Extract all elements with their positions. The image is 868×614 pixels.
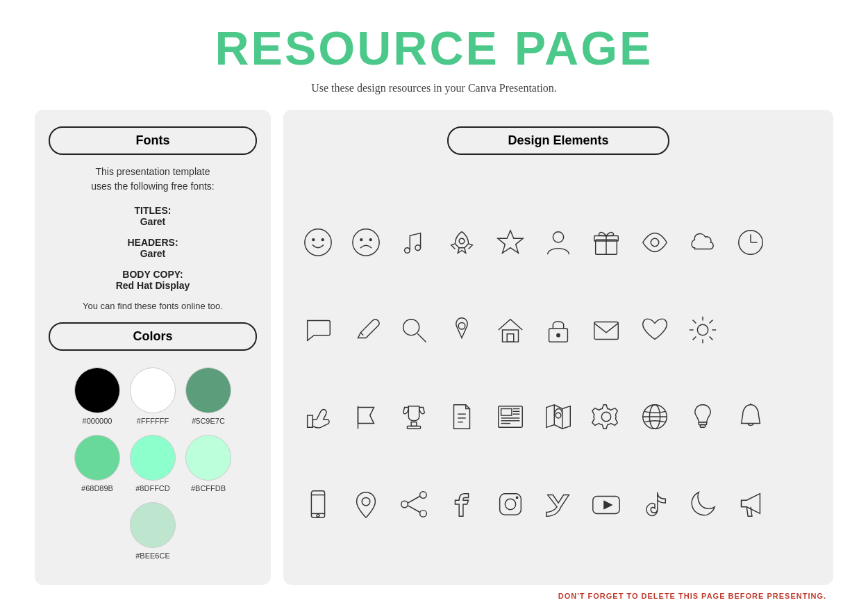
svg-line-33 bbox=[709, 336, 712, 340]
color-hex-mint2: #BCFFDB bbox=[191, 484, 226, 492]
icon-placeholder211 bbox=[778, 314, 819, 346]
icon-phone bbox=[297, 488, 338, 520]
fonts-header: Fonts bbox=[49, 126, 257, 155]
svg-point-19 bbox=[403, 319, 419, 335]
icon-pencil bbox=[345, 314, 386, 346]
right-panel: Design Elements bbox=[283, 110, 833, 585]
svg-rect-43 bbox=[501, 409, 511, 416]
icon-sad bbox=[345, 226, 386, 258]
icon-lock bbox=[537, 314, 578, 346]
icon-chat bbox=[297, 314, 338, 346]
svg-point-27 bbox=[697, 324, 708, 335]
icon-share bbox=[394, 488, 435, 520]
svg-marker-75 bbox=[603, 500, 612, 509]
svg-point-73 bbox=[515, 496, 518, 499]
icon-settings bbox=[586, 401, 627, 433]
icon-pin bbox=[442, 314, 483, 346]
svg-point-53 bbox=[556, 413, 561, 418]
color-hex-mint3: #BEE6CE bbox=[135, 551, 170, 560]
icon-star bbox=[490, 226, 531, 258]
icon-location bbox=[345, 488, 386, 520]
color-item-mint2: #BCFFDB bbox=[185, 435, 231, 492]
icon-newspaper bbox=[490, 401, 531, 433]
svg-point-66 bbox=[420, 491, 427, 498]
icon-clock bbox=[730, 226, 771, 258]
icon-sun bbox=[682, 314, 723, 346]
icon-home bbox=[490, 314, 531, 346]
page-title: RESOURCE PAGE bbox=[215, 21, 653, 75]
icon-gift bbox=[586, 226, 627, 258]
left-panel: Fonts This presentation template uses th… bbox=[35, 110, 271, 585]
icon-placeholder11 bbox=[778, 226, 819, 258]
icons-grid bbox=[297, 179, 819, 568]
icon-twitter bbox=[537, 488, 578, 520]
svg-line-35 bbox=[692, 336, 696, 340]
color-item-mint3: #BEE6CE bbox=[130, 502, 176, 560]
color-hex-black: #000000 bbox=[83, 417, 112, 425]
color-item-mint1: #8DFFCD bbox=[130, 435, 176, 492]
icon-lightbulb bbox=[682, 401, 723, 433]
svg-rect-26 bbox=[594, 322, 619, 339]
svg-rect-38 bbox=[408, 426, 421, 429]
svg-line-70 bbox=[408, 505, 420, 512]
icon-smiley bbox=[297, 226, 338, 258]
icon-bell bbox=[730, 401, 771, 433]
icon-tiktok bbox=[634, 488, 675, 520]
find-fonts-text: You can find these fonts online too. bbox=[49, 301, 257, 311]
font-entry-headers: HEADERS: Garet bbox=[49, 237, 257, 259]
icon-moon bbox=[682, 488, 723, 520]
fonts-description: This presentation template uses the foll… bbox=[49, 165, 257, 194]
icon-globe bbox=[634, 401, 675, 433]
svg-rect-22 bbox=[502, 330, 518, 342]
svg-point-25 bbox=[556, 333, 560, 338]
svg-point-54 bbox=[602, 412, 611, 421]
color-item-green1: #5C9E7C bbox=[185, 367, 231, 425]
icon-instagram bbox=[490, 488, 531, 520]
icon-placeholder210 bbox=[730, 314, 771, 346]
colors-grid: #000000 #FFFFFF #5C9E7C #68D89B #8DFFCD bbox=[49, 367, 257, 560]
page-subtitle: Use these design resources in your Canva… bbox=[311, 82, 557, 94]
font-name-body: Red Hat Display bbox=[49, 280, 257, 291]
font-name-headers: Garet bbox=[49, 248, 257, 259]
svg-point-1 bbox=[312, 239, 314, 241]
font-label-titles: TITLES: bbox=[49, 205, 257, 216]
icon-person bbox=[537, 226, 578, 258]
color-item-black: #000000 bbox=[74, 367, 120, 425]
color-swatch-mint3 bbox=[130, 502, 176, 548]
svg-point-65 bbox=[362, 497, 370, 506]
icon-heart bbox=[634, 314, 675, 346]
icon-search bbox=[394, 314, 435, 346]
icon-music bbox=[394, 226, 435, 258]
icon-flag bbox=[345, 401, 386, 433]
color-swatch-white bbox=[130, 367, 176, 413]
color-swatch-mint1 bbox=[130, 435, 176, 481]
svg-line-69 bbox=[408, 496, 420, 503]
color-hex-mint1: #8DFFCD bbox=[135, 484, 170, 492]
font-label-headers: HEADERS: bbox=[49, 237, 257, 248]
svg-point-10 bbox=[553, 232, 563, 242]
design-header-wrap: Design Elements bbox=[297, 126, 819, 165]
icon-trophy bbox=[394, 401, 435, 433]
font-entry-body: BODY COPY: Red Hat Display bbox=[49, 269, 257, 291]
svg-point-64 bbox=[317, 514, 319, 517]
icon-megaphone bbox=[730, 488, 771, 520]
content-row: Fonts This presentation template uses th… bbox=[35, 110, 833, 585]
colors-header: Colors bbox=[49, 322, 257, 351]
color-hex-white: #FFFFFF bbox=[137, 417, 169, 425]
color-item-white: #FFFFFF bbox=[130, 367, 176, 425]
icon-facebook bbox=[442, 488, 483, 520]
svg-point-2 bbox=[322, 239, 324, 241]
svg-rect-23 bbox=[507, 334, 514, 342]
svg-point-5 bbox=[369, 239, 372, 241]
font-label-body: BODY COPY: bbox=[49, 269, 257, 280]
icon-rocket bbox=[442, 226, 483, 258]
svg-point-8 bbox=[460, 239, 465, 244]
svg-rect-37 bbox=[411, 422, 417, 426]
icon-envelope bbox=[586, 314, 627, 346]
icon-placeholder411 bbox=[778, 488, 819, 520]
icon-cloud bbox=[682, 226, 723, 258]
svg-line-32 bbox=[692, 320, 696, 323]
icon-document bbox=[442, 401, 483, 433]
svg-point-67 bbox=[420, 510, 427, 517]
svg-point-68 bbox=[401, 501, 408, 508]
